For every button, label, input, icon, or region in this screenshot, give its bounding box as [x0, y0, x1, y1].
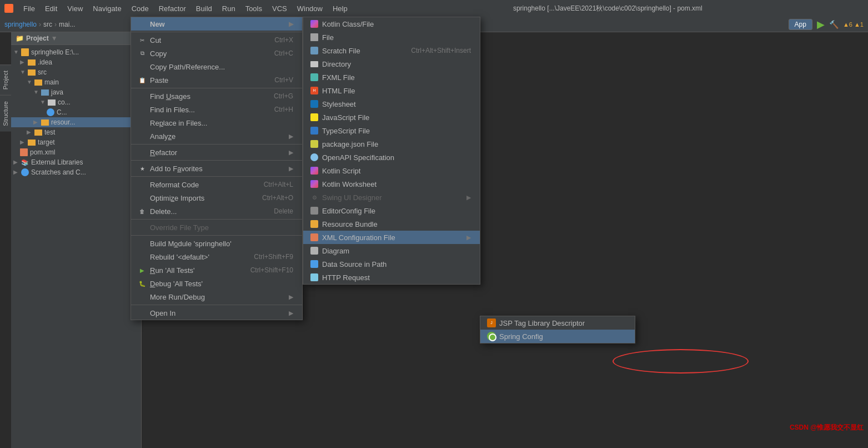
- menu-tools[interactable]: Tools: [241, 3, 267, 14]
- tree-item-test[interactable]: ▶ test: [11, 127, 141, 137]
- build-button[interactable]: 🔨: [829, 20, 839, 29]
- reformat-icon: [138, 180, 147, 189]
- menu-build[interactable]: Build: [192, 3, 217, 14]
- menu-refactor[interactable]: Refactor: [154, 3, 190, 14]
- menu-file[interactable]: File: [19, 3, 39, 14]
- menu-item-delete[interactable]: 🗑 Delete... Delete: [131, 205, 302, 218]
- menu-run[interactable]: Run: [218, 3, 240, 14]
- copy-shortcut: Ctrl+C: [263, 49, 293, 57]
- tree-item-ext-libs[interactable]: ▶ 📚 External Libraries: [11, 157, 141, 167]
- menu-item-replaceinfiles[interactable]: Replace in Files...: [131, 116, 302, 130]
- menu-item-favorites[interactable]: ★ Add to Favorites ▶: [131, 162, 302, 175]
- diagram-label: Diagram: [322, 247, 349, 255]
- menu-window[interactable]: Window: [293, 3, 327, 14]
- menu-item-refactor[interactable]: Refactor ▶: [131, 146, 302, 159]
- html-file-icon: H: [310, 86, 319, 95]
- menu-item-run[interactable]: ▶ Run 'All Tests' Ctrl+Shift+F10: [131, 263, 302, 277]
- resourcebundle-icon: [310, 220, 319, 228]
- tree-item-pom[interactable]: pom.xml: [11, 147, 141, 157]
- java-file-icon: [47, 108, 54, 116]
- tree-item-src[interactable]: ▼ src: [11, 67, 141, 77]
- arrow-icon-scratch: ▶: [13, 169, 20, 176]
- findinfiles-label: Find in Files...: [150, 106, 195, 114]
- menu-item-springconfig[interactable]: Spring Config: [480, 330, 635, 343]
- menu-item-ts[interactable]: TypeScript File: [303, 124, 480, 137]
- menu-item-html[interactable]: H HTML File: [303, 84, 480, 97]
- menu-item-findinfiles[interactable]: Find in Files... Ctrl+H: [131, 103, 302, 116]
- breadcrumb-part3[interactable]: mai...: [59, 21, 75, 28]
- arrow-icon-src: ▼: [20, 69, 27, 76]
- menu-item-rebuild[interactable]: Rebuild '<default>' Ctrl+Shift+F9: [131, 250, 302, 263]
- menu-item-openapi[interactable]: OpenAPI Specification: [303, 151, 480, 164]
- menu-item-buildmodule[interactable]: Build Module 'springhello': [131, 237, 302, 250]
- run-button[interactable]: ▶: [817, 18, 825, 31]
- tab-project[interactable]: Project: [0, 64, 11, 95]
- menu-item-directory[interactable]: Directory: [303, 57, 480, 71]
- menu-item-httprequest[interactable]: HTTP Request: [303, 271, 480, 284]
- menu-item-editorconfig[interactable]: EditorConfig File: [303, 204, 480, 217]
- tree-item-root[interactable]: ▼ springhello E:\...: [11, 47, 141, 57]
- menu-edit[interactable]: Edit: [41, 3, 62, 14]
- menu-item-findusages[interactable]: Find Usages Ctrl+G: [131, 89, 302, 103]
- menu-item-kotlinscript[interactable]: Kotlin Script: [303, 164, 480, 177]
- menu-item-paste[interactable]: 📋 Paste Ctrl+V: [131, 73, 302, 87]
- tree-item-resources[interactable]: ▶ resour...: [11, 117, 141, 127]
- menu-item-copypath[interactable]: Copy Path/Reference...: [131, 60, 302, 73]
- tree-item-main[interactable]: ▼ main: [11, 77, 141, 87]
- menu-item-fxml[interactable]: FXML File: [303, 71, 480, 84]
- tab-structure[interactable]: Structure: [0, 95, 11, 132]
- tree-label-pom: pom.xml: [30, 148, 55, 156]
- menu-item-cut[interactable]: ✂ Cut Ctrl+X: [131, 33, 302, 47]
- menu-item-copy[interactable]: ⧉ Copy Ctrl+C: [131, 47, 302, 60]
- menu-item-js[interactable]: JavaScript File: [303, 111, 480, 124]
- menu-item-file[interactable]: File: [303, 31, 480, 44]
- app-dropdown[interactable]: App: [789, 19, 812, 30]
- new-arrow: ▶: [289, 21, 293, 28]
- menu-item-stylesheet[interactable]: Stylesheet: [303, 97, 480, 111]
- kotlinworksheet-label: Kotlin Worksheet: [322, 180, 377, 188]
- menu-item-scratch[interactable]: Scratch File Ctrl+Alt+Shift+Insert: [303, 44, 480, 57]
- menu-item-optimize[interactable]: Optimize Imports Ctrl+Alt+O: [131, 191, 302, 205]
- warnings-badge: ▲6 ▲1: [843, 21, 864, 28]
- menu-item-datasource[interactable]: Data Source in Path: [303, 257, 480, 271]
- menu-item-xmlconfig[interactable]: XML Configuration File ▶: [303, 231, 480, 244]
- menu-item-packagejson[interactable]: package.json File: [303, 137, 480, 151]
- ext-libs-icon: 📚: [21, 159, 29, 166]
- arrow-icon-main: ▼: [27, 79, 33, 86]
- arrow-icon-idea: ▶: [20, 59, 27, 66]
- breadcrumb-part1[interactable]: springhello: [4, 21, 37, 28]
- menu-navigate[interactable]: Navigate: [88, 3, 126, 14]
- tree-item-target[interactable]: ▶ target: [11, 137, 141, 147]
- menu-item-jsptld[interactable]: J JSP Tag Library Descriptor: [480, 316, 635, 330]
- tree-item-java[interactable]: ▼ java: [11, 87, 141, 97]
- openin-icon: [138, 308, 147, 317]
- tree-item-co[interactable]: ▼ co...: [11, 97, 141, 107]
- menu-code[interactable]: Code: [127, 3, 153, 14]
- menu-item-debug[interactable]: 🐛 Debug 'All Tests': [131, 277, 302, 290]
- menu-item-analyze[interactable]: Analyze ▶: [131, 130, 302, 143]
- ts-label: TypeScript File: [322, 127, 370, 135]
- tree-label-main: main: [44, 78, 59, 86]
- tree-item-idea[interactable]: ▶ .idea: [11, 57, 141, 67]
- menu-item-resourcebundle[interactable]: Resource Bundle: [303, 217, 480, 231]
- refactor-arrow: ▶: [289, 149, 293, 156]
- sep6: [131, 219, 302, 220]
- swingdesigner-arrow: ▶: [466, 194, 471, 201]
- breadcrumb-part2[interactable]: src: [43, 21, 52, 28]
- menu-item-reformat[interactable]: Reformat Code Ctrl+Alt+L: [131, 178, 302, 191]
- menu-help[interactable]: Help: [328, 3, 352, 14]
- tree-item-scratches[interactable]: ▶ Scratches and C...: [11, 167, 141, 177]
- tree-item-java-file[interactable]: C...: [11, 107, 141, 117]
- menu-item-kotlin-class[interactable]: Kotlin Class/File: [303, 17, 480, 31]
- menu-item-openin[interactable]: Open In ▶: [131, 306, 302, 320]
- copypath-icon: [138, 62, 147, 71]
- favorites-icon: ★: [138, 164, 147, 173]
- menu-view[interactable]: View: [63, 3, 87, 14]
- editorconfig-file-icon: [310, 206, 319, 215]
- menu-vcs[interactable]: VCS: [268, 3, 292, 14]
- menu-item-kotlinworksheet[interactable]: Kotlin Worksheet: [303, 177, 480, 191]
- sep1: [131, 32, 302, 32]
- menu-item-morerun[interactable]: More Run/Debug ▶: [131, 290, 302, 303]
- menu-item-new[interactable]: New ▶: [131, 17, 302, 31]
- menu-item-diagram[interactable]: Diagram: [303, 244, 480, 257]
